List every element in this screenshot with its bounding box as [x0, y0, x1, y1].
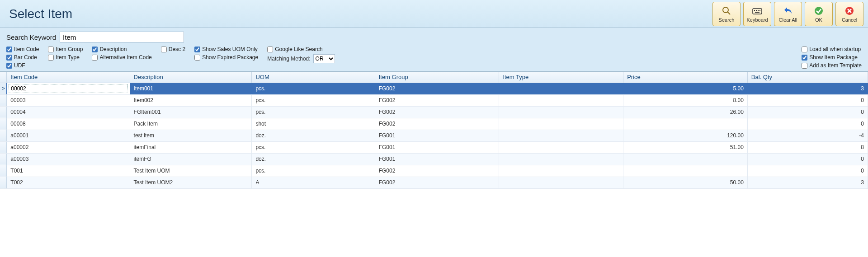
chk-udf-label: UDF	[14, 62, 25, 69]
chk-show-item-pkg[interactable]: Show Item Package	[802, 54, 862, 61]
chk-udf[interactable]: UDF	[6, 62, 39, 69]
table-row[interactable]: T002Test Item UOM2AFG00250.003	[0, 177, 868, 188]
row-indicator	[0, 177, 7, 188]
ok-button[interactable]: OK	[805, 2, 833, 26]
cell-code: 00004	[7, 106, 130, 118]
cell-type	[499, 94, 623, 106]
clear-all-button-label: Clear All	[779, 17, 797, 23]
chk-show-item-pkg-label: Show Item Package	[809, 54, 858, 61]
chk-show-sales-uom-label: Show Sales UOM Only	[202, 46, 258, 52]
filter-col-1: Item Code Bar Code UDF	[6, 46, 39, 69]
chk-desc2[interactable]: Desc 2	[161, 46, 185, 52]
keyboard-icon	[752, 5, 763, 16]
cell-desc: itemFinal	[130, 141, 252, 153]
table-header-row: Item Code Description UOM Item Group Ite…	[0, 72, 868, 83]
svg-rect-5	[758, 10, 759, 11]
chk-bar-code[interactable]: Bar Code	[6, 54, 39, 61]
col-header-price[interactable]: Price	[623, 72, 748, 83]
row-indicator	[0, 118, 7, 130]
cell-qty: 0	[747, 106, 868, 118]
cell-qty: 3	[747, 177, 868, 188]
cell-desc: Test Item UOM2	[130, 177, 252, 188]
cell-type	[499, 130, 623, 141]
cell-code: a00001	[7, 130, 130, 141]
cell-qty: -4	[747, 130, 868, 141]
filter-col-5: Show Sales UOM Only Show Expired Package	[194, 46, 258, 69]
chk-alt-item-code[interactable]: Alternative Item Code	[92, 54, 151, 61]
chk-show-expired-label: Show Expired Package	[202, 54, 258, 61]
col-header-qty[interactable]: Bal. Qty	[747, 72, 868, 83]
chk-show-expired[interactable]: Show Expired Package	[194, 54, 258, 61]
chk-show-sales-uom[interactable]: Show Sales UOM Only	[194, 46, 258, 52]
cell-group: FG001	[375, 130, 499, 141]
select-item-window: Select Item Search Keyboard Clear All OK…	[0, 0, 868, 257]
chk-alt-item-code-label: Alternative Item Code	[99, 54, 151, 61]
undo-icon	[783, 5, 793, 16]
cell-price: 120.00	[623, 130, 748, 141]
cell-group: FG001	[375, 141, 499, 153]
keyboard-button-label: Keyboard	[746, 17, 768, 23]
cell-price	[623, 118, 748, 130]
chk-item-type[interactable]: Item Type	[48, 54, 83, 61]
cell-code: 00008	[7, 118, 130, 130]
col-header-desc[interactable]: Description	[130, 72, 252, 83]
cell-desc: FGItem001	[130, 106, 252, 118]
cell-code: T002	[7, 177, 130, 188]
search-input[interactable]	[60, 32, 184, 42]
filter-col-6: Google Like Search Matching Method: OR	[267, 46, 335, 69]
cell-qty: 0	[747, 153, 868, 165]
search-button-label: Search	[719, 17, 735, 23]
cell-uom: shot	[252, 118, 375, 130]
chk-google-like-label: Google Like Search	[275, 46, 322, 52]
cell-uom: A	[252, 177, 375, 188]
search-icon	[721, 5, 732, 16]
table-row[interactable]: T001Test Item UOMpcs.FG0020	[0, 165, 868, 177]
svg-rect-4	[756, 10, 757, 11]
active-code-input[interactable]	[9, 84, 127, 93]
matching-method-select[interactable]: OR	[313, 54, 335, 63]
table-row[interactable]: 00008Pack ItemshotFG0020	[0, 118, 868, 130]
table-row[interactable]: a00003itemFGdoz.FG0010	[0, 153, 868, 165]
col-header-row[interactable]	[0, 72, 7, 83]
filter-col-4: Desc 2	[161, 46, 185, 69]
chk-load-startup[interactable]: Load all when startup	[802, 46, 862, 52]
row-indicator	[0, 130, 7, 141]
col-header-code[interactable]: Item Code	[7, 72, 130, 83]
cell-group: FG002	[375, 177, 499, 188]
chk-description[interactable]: Description	[92, 46, 151, 52]
cell-qty: 0	[747, 165, 868, 177]
table-row[interactable]: a00002itemFinalpcs.FG00151.008	[0, 141, 868, 153]
table-row[interactable]: >Item001pcs.FG0025.003	[0, 83, 868, 94]
table-row[interactable]: 00003Item002pcs.FG0028.000	[0, 94, 868, 106]
chk-item-code[interactable]: Item Code	[6, 46, 39, 52]
svg-point-0	[723, 7, 728, 13]
cancel-button[interactable]: Cancel	[835, 2, 863, 26]
col-header-uom[interactable]: UOM	[252, 72, 375, 83]
chk-google-like[interactable]: Google Like Search	[267, 46, 335, 52]
search-label: Search Keyword	[6, 33, 56, 41]
table-row[interactable]: 00004FGItem001pcs.FG00226.000	[0, 106, 868, 118]
cell-uom: pcs.	[252, 106, 375, 118]
clear-all-button[interactable]: Clear All	[774, 2, 802, 26]
cell-qty: 3	[747, 83, 868, 94]
cancel-icon	[844, 5, 855, 16]
cell-type	[499, 153, 623, 165]
cell-group: FG002	[375, 94, 499, 106]
cell-price	[623, 153, 748, 165]
cell-desc: Item002	[130, 94, 252, 106]
filters-panel: Item Code Bar Code UDF Item Group Item T…	[0, 44, 868, 71]
check-icon	[813, 5, 824, 16]
cell-type	[499, 118, 623, 130]
row-indicator	[0, 106, 7, 118]
search-button[interactable]: Search	[712, 2, 741, 26]
matching-method-row: Matching Method: OR	[267, 54, 335, 63]
cell-type	[499, 177, 623, 188]
table-row[interactable]: a00001test itemdoz.FG001120.00-4	[0, 130, 868, 141]
item-grid[interactable]: Item Code Description UOM Item Group Ite…	[0, 71, 868, 257]
chk-item-group[interactable]: Item Group	[48, 46, 83, 52]
keyboard-button[interactable]: Keyboard	[743, 2, 771, 26]
row-indicator	[0, 153, 7, 165]
col-header-type[interactable]: Item Type	[499, 72, 623, 83]
chk-add-template[interactable]: Add as Item Template	[802, 62, 862, 69]
col-header-group[interactable]: Item Group	[375, 72, 499, 83]
